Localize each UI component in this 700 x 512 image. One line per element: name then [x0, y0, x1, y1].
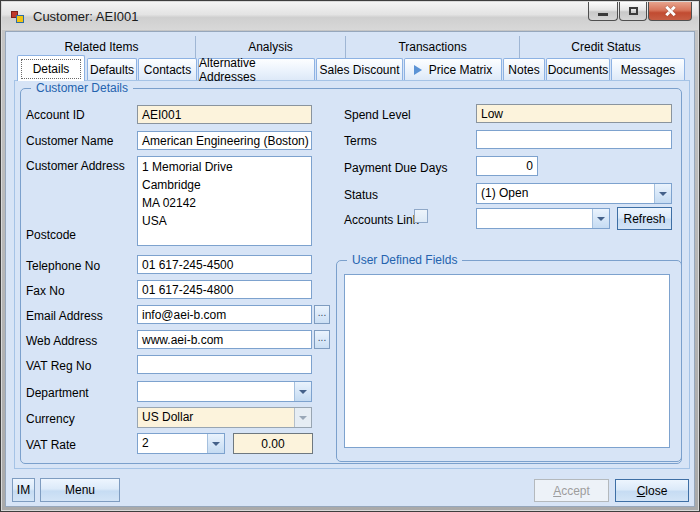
accounts-link-combo[interactable]	[476, 208, 610, 229]
close-button-label-rest: lose	[645, 484, 667, 498]
nav-tab-credit-status[interactable]: Credit Status	[520, 36, 692, 58]
account-id-field[interactable]: AEI001	[137, 105, 312, 124]
maximize-icon	[629, 7, 638, 15]
web-browse-button[interactable]: ...	[314, 330, 330, 349]
tab-sales-discount[interactable]: Sales Discount	[316, 58, 403, 80]
tab-sales-discount-label: Sales Discount	[319, 63, 399, 77]
close-icon	[664, 5, 676, 17]
accept-button-label-rest: ccept	[561, 484, 590, 498]
email-label: Email Address	[26, 309, 103, 323]
accept-button[interactable]: Accept	[534, 479, 609, 502]
currency-value: US Dollar	[142, 410, 291, 424]
tab-alternative-addresses[interactable]: Alternative Addresses	[198, 58, 315, 80]
tab-contacts[interactable]: Contacts	[138, 58, 197, 80]
tab-scroll-arrow-icon	[414, 65, 422, 75]
customer-address-label: Customer Address	[26, 159, 125, 173]
chevron-down-icon	[299, 416, 307, 420]
accounts-link-label: Accounts Link	[344, 213, 419, 227]
fax-field[interactable]: 01 617-245-4800	[137, 280, 312, 299]
department-combo[interactable]	[137, 381, 312, 402]
minimize-icon	[598, 13, 608, 16]
terms-field[interactable]	[476, 130, 672, 149]
vat-amount-field: 0.00	[233, 433, 313, 454]
chevron-down-icon	[597, 217, 605, 221]
vat-rate-label: VAT Rate	[26, 438, 76, 452]
menu-button[interactable]: Menu	[40, 478, 120, 502]
customer-name-label: Customer Name	[26, 134, 113, 148]
vat-reg-field[interactable]	[137, 355, 312, 374]
tab-alternative-addresses-label: Alternative Addresses	[199, 56, 314, 84]
nav-tab-transactions[interactable]: Transactions	[346, 36, 520, 58]
tab-contacts-label: Contacts	[144, 63, 191, 77]
customer-name-field[interactable]: American Engineering (Boston) Inc	[137, 131, 312, 150]
account-id-label: Account ID	[26, 108, 85, 122]
app-icon	[10, 8, 26, 24]
tab-defaults-label: Defaults	[90, 63, 134, 77]
web-field[interactable]: www.aei-b.com	[137, 330, 312, 349]
close-button[interactable]	[648, 2, 692, 21]
tab-messages[interactable]: Messages	[611, 58, 685, 80]
refresh-button[interactable]: Refresh	[617, 207, 672, 230]
focus-rectangle	[21, 59, 81, 79]
web-label: Web Address	[26, 334, 97, 348]
payment-due-days-field[interactable]: 0	[476, 156, 538, 176]
customer-address-field[interactable]: 1 Memorial Drive Cambridge MA 02142 USA	[137, 156, 312, 246]
tab-defaults[interactable]: Defaults	[87, 58, 137, 80]
minimize-button[interactable]	[588, 2, 618, 21]
chevron-down-icon	[299, 390, 307, 394]
close-form-button[interactable]: Close	[615, 479, 689, 502]
spend-level-field: Low	[476, 104, 672, 123]
tab-details[interactable]: Details	[17, 55, 85, 81]
user-defined-fields-panel	[344, 274, 670, 448]
fax-label: Fax No	[26, 284, 65, 298]
customer-details-group-title: Customer Details	[31, 81, 133, 95]
tab-notes[interactable]: Notes	[503, 58, 545, 80]
department-label: Department	[26, 386, 89, 400]
window-title: Customer: AEI001	[33, 9, 139, 24]
telephone-label: Telephone No	[26, 259, 100, 273]
vat-rate-value: 2	[142, 436, 204, 450]
client-area: Related Items Analysis Transactions Cred…	[5, 31, 695, 507]
accept-button-label-first: A	[553, 484, 561, 498]
chevron-down-icon	[212, 442, 220, 446]
department-dropdown-button[interactable]	[294, 382, 311, 401]
chevron-down-icon	[659, 192, 667, 196]
vat-rate-combo[interactable]: 2	[137, 433, 225, 454]
status-combo[interactable]: (1) Open	[476, 183, 672, 204]
maximize-button[interactable]	[619, 2, 647, 21]
top-nav-row: Related Items Analysis Transactions Cred…	[8, 36, 692, 58]
close-button-label-first: C	[637, 484, 646, 498]
title-bar[interactable]: Customer: AEI001	[2, 2, 698, 30]
customer-window: Customer: AEI001 Related Items Analysis …	[0, 0, 700, 512]
accounts-link-checkbox[interactable]	[414, 209, 428, 223]
email-browse-button[interactable]: ...	[314, 305, 330, 324]
status-dropdown-button[interactable]	[654, 184, 671, 203]
tab-price-matrix-label: Price Matrix	[429, 63, 492, 77]
spend-level-label: Spend Level	[344, 108, 411, 122]
tab-price-matrix[interactable]: Price Matrix	[404, 58, 502, 80]
tab-documents[interactable]: Documents	[546, 58, 610, 80]
status-label: Status	[344, 188, 378, 202]
user-defined-fields-group-title: User Defined Fields	[347, 253, 462, 267]
accounts-link-dropdown-button[interactable]	[592, 209, 609, 228]
currency-dropdown-button	[294, 408, 311, 427]
telephone-field[interactable]: 01 617-245-4500	[137, 255, 312, 274]
postcode-label: Postcode	[26, 228, 76, 242]
tab-notes-label: Notes	[508, 63, 539, 77]
currency-label: Currency	[26, 412, 75, 426]
email-field[interactable]: info@aei-b.com	[137, 305, 312, 324]
tab-documents-label: Documents	[548, 63, 609, 77]
payment-due-days-label: Payment Due Days	[344, 161, 447, 175]
vat-reg-label: VAT Reg No	[26, 359, 91, 373]
im-button[interactable]: IM	[12, 478, 35, 502]
vat-rate-dropdown-button[interactable]	[207, 434, 224, 453]
terms-label: Terms	[344, 134, 377, 148]
tab-messages-label: Messages	[621, 63, 676, 77]
currency-combo: US Dollar	[137, 407, 312, 428]
status-value: (1) Open	[481, 186, 651, 200]
